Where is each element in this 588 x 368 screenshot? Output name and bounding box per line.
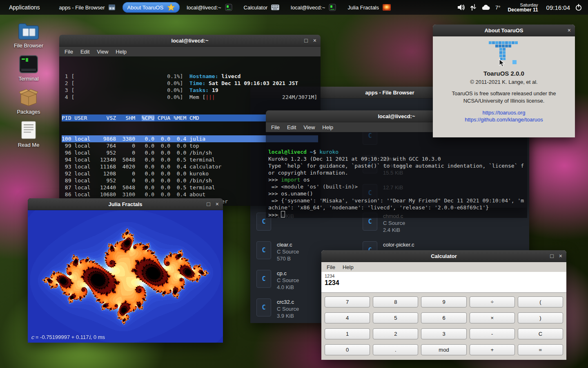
about-content: ToaruOS 2.0.0 © 2011-2021 K. Lange, et a… [433, 36, 575, 123]
calc-button-7[interactable]: 7 [325, 296, 370, 307]
desktop-icon-readme[interactable]: Read Me [10, 119, 47, 152]
top-panel: Applications apps - File BrowserAbout To… [0, 0, 588, 15]
calc-button-plus[interactable]: + [470, 344, 515, 355]
close-icon[interactable]: × [568, 27, 571, 34]
fractal-canvas[interactable] [28, 210, 223, 343]
weather-temperature: 7° [495, 4, 500, 11]
calc-button-8[interactable]: 8 [373, 296, 418, 307]
file-browser-title: apps - File Browser [365, 90, 414, 96]
taskbar-button[interactable]: Julia Fractals [343, 2, 395, 13]
calc-button-5[interactable]: 5 [373, 312, 418, 323]
terminal-titlebar[interactable]: local@livecd:~ □ × [59, 35, 321, 47]
terminal-line: achine': 'x86_64', 'nodename': 'livecd',… [268, 204, 527, 211]
desktop-icon-area: File BrowserTerminalPackagesRead Me [10, 20, 47, 152]
calc-button-3[interactable]: 3 [421, 328, 466, 339]
window-list: apps - File BrowserAbout ToaruOSlocal@li… [55, 2, 396, 13]
taskbar-button[interactable]: Calculator [239, 2, 284, 13]
calc-button-clear[interactable]: C [518, 328, 563, 339]
taskbar-button[interactable]: local@livecd:~ [286, 2, 341, 13]
terminal-menubar: FileEditViewHelp [59, 47, 321, 56]
taskbar-button[interactable]: local@livecd:~ [182, 2, 236, 13]
terminal-line: >>> os.uname() [268, 190, 527, 197]
terminal-title: local@livecd:~ [378, 113, 415, 119]
calculator-titlebar[interactable]: Calculator □ × [321, 250, 566, 262]
maximize-icon[interactable]: □ [550, 253, 553, 259]
link-toaruos-org[interactable]: https://toaruos.org [433, 110, 575, 116]
menu-item-help[interactable]: Help [339, 263, 357, 271]
about-titlebar[interactable]: About ToaruOS × [433, 25, 575, 36]
menu-item-edit[interactable]: Edit [77, 48, 93, 56]
cpu-meter-line: 4 [ 0.0%] Mem [||| 224M/3071M] [62, 94, 321, 101]
calc-button-open-paren[interactable]: ( [518, 296, 563, 307]
terminal-line: local@livecd ~$ kuroko [268, 148, 527, 155]
close-icon[interactable]: × [216, 201, 219, 207]
about-title: About ToaruOS [484, 27, 523, 34]
calc-button-dot[interactable]: . [373, 344, 418, 355]
window-calculator: Calculator □ × FileHelp 1234 1234 789÷(4… [321, 250, 566, 360]
menu-item-view[interactable]: View [93, 48, 112, 56]
calc-button-divide[interactable]: ÷ [470, 296, 515, 307]
desktop-icon-packages[interactable]: Packages [10, 86, 47, 119]
desktop-icon-terminal[interactable]: Terminal [10, 53, 47, 85]
maximize-icon[interactable]: □ [207, 201, 210, 207]
terminal-line: Kuroko 1.2.3 (Dec 11 2021 at 09:10:22) w… [268, 155, 527, 162]
terminal-line: => <module 'os' (built-in)> [268, 183, 527, 190]
menu-item-view[interactable]: View [300, 123, 318, 131]
terminal-line: >>> import os [268, 176, 527, 183]
calc-button-multiply[interactable]: × [470, 312, 515, 323]
menu-item-file[interactable]: File [267, 123, 283, 131]
close-icon[interactable]: × [559, 253, 562, 259]
calc-button-2[interactable]: 2 [373, 328, 418, 339]
terminal-icon [225, 4, 232, 11]
calc-button-1[interactable]: 1 [325, 328, 370, 339]
power-icon[interactable] [575, 4, 582, 11]
fractal-status: c = -0.75199997 + 0.117i, 0 ms [31, 334, 105, 340]
calc-button-equals[interactable]: = [518, 344, 563, 355]
calc-button-0[interactable]: 0 [325, 344, 370, 355]
text-cursor [281, 211, 285, 218]
panel-clock: 09:16:04 [546, 4, 570, 11]
taskbar-button[interactable]: apps - File Browser [55, 2, 120, 13]
calculator-icon [271, 4, 279, 10]
c-file-icon: C [256, 241, 271, 259]
network-icon[interactable] [470, 4, 477, 11]
calc-button-close-paren[interactable]: ) [518, 312, 563, 323]
desktop-icon-file-browser[interactable]: File Browser [10, 20, 47, 52]
calculator-history: 1234 [325, 274, 563, 278]
maximize-icon[interactable]: □ [304, 37, 307, 44]
menu-item-edit[interactable]: Edit [283, 123, 300, 131]
menu-item-file[interactable]: File [323, 263, 339, 271]
packages-icon [10, 86, 47, 106]
terminal-screen-kuroko[interactable]: local@livecd ~$ kurokoKuroko 1.2.3 (Dec … [266, 132, 527, 218]
taskbar-button[interactable]: About ToaruOS [122, 2, 180, 13]
link-github[interactable]: https://github.com/klange/toaruos [433, 117, 575, 123]
close-icon[interactable]: × [313, 37, 316, 44]
calc-button-4[interactable]: 4 [325, 312, 370, 323]
terminal-line: Type `help` for guidance, `paste()` to t… [268, 162, 527, 169]
calculator-keypad: 789÷(456×)123-C0.mod+= [325, 296, 563, 355]
julia-titlebar[interactable]: Julia Fractals □ × [28, 198, 223, 210]
calculator-value: 1234 [325, 279, 563, 287]
file-browser-icon [108, 4, 116, 11]
cpu-meter-line: 2 [ 0.0%] Time: Sat Dec 11 09:16:03 2021… [62, 80, 321, 87]
menu-item-file[interactable]: File [61, 48, 77, 56]
calculator-menubar: FileHelp [321, 262, 566, 272]
cpu-meters: 1 [ 0.1%] Hostname: livecd 2 [ 0.0%] Tim… [62, 73, 321, 101]
menu-item-help[interactable]: Help [318, 123, 337, 131]
panel-date: Saturday December 11 [508, 2, 538, 12]
calc-button-minus[interactable]: - [470, 328, 515, 339]
readme-icon [10, 119, 47, 139]
terminal-line: => {'sysname': 'Misaka', 'version': '"De… [268, 197, 527, 204]
calc-button-mod[interactable]: mod [421, 344, 466, 355]
menu-item-help[interactable]: Help [112, 48, 130, 56]
volume-icon[interactable] [457, 4, 465, 11]
c-file-icon: C [256, 298, 271, 316]
mouse-cursor [499, 59, 505, 67]
calc-button-6[interactable]: 6 [421, 312, 466, 323]
applications-menu[interactable]: Applications [0, 4, 49, 11]
star-icon [167, 3, 175, 11]
calculator-display: 1234 1234 [321, 272, 566, 293]
weather-icon[interactable] [481, 4, 490, 11]
window-about-toaruos: About ToaruOS × ToaruOS 2.0.0 © 2011-202… [433, 25, 575, 137]
calc-button-9[interactable]: 9 [421, 296, 466, 307]
